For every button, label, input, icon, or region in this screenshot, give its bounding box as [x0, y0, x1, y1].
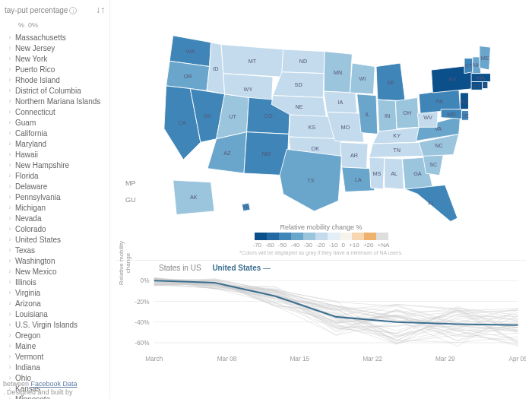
island-mp: MP [125, 179, 136, 187]
line-chart[interactable]: 0%-20%-40%-60%MarchMar 08Mar 15Mar 22Mar… [116, 274, 526, 365]
chevron-right-icon: › [5, 342, 15, 350]
sidebar-item-label: New Jersey [15, 44, 55, 52]
state-label: MS [372, 170, 381, 177]
legend-tick: -30 [303, 242, 312, 249]
sidebar-item[interactable]: ›Colorado [0, 223, 109, 234]
sidebar-item[interactable]: ›Maryland [0, 138, 109, 149]
sidebar-item[interactable]: ›Arizona [0, 298, 109, 309]
state-label: HI [243, 204, 249, 211]
sidebar-item[interactable]: ›New Jersey [0, 43, 109, 53]
legend-tick: 0 [342, 242, 345, 249]
sidebar-item[interactable]: ›Northern Mariana Islands [0, 96, 109, 106]
main-panel: WAORCAIDNVUTAZMTWYCONMNDSDNEKSOKTXMNIAMO… [110, 0, 532, 399]
sidebar-item[interactable]: ›Washington [0, 255, 109, 266]
state-label: DE [461, 112, 469, 119]
state-label: LA [355, 176, 362, 183]
sidebar-item[interactable]: ›California [0, 128, 109, 138]
sidebar-item-label: Hawaii [15, 150, 38, 159]
sidebar-item-label: U.S. Virgin Islands [15, 321, 78, 329]
sidebar-item-label: Maine [15, 342, 36, 350]
chevron-right-icon: › [5, 150, 15, 158]
info-icon[interactable]: i [69, 7, 77, 14]
chevron-right-icon: › [5, 87, 15, 94]
sidebar-item[interactable]: ›Louisiana [0, 309, 109, 319]
chevron-right-icon: › [5, 257, 15, 264]
sidebar-item[interactable]: ›Vermont [0, 351, 109, 362]
sidebar-item-label: New York [15, 55, 47, 63]
sidebar-item-label: Vermont [15, 353, 43, 361]
sidebar-item[interactable]: ›Nevada [0, 213, 109, 223]
sidebar-item[interactable]: ›New Mexico [0, 266, 109, 277]
sidebar-item[interactable]: ›Texas [0, 245, 109, 255]
sidebar-title: tay-put percentage [5, 6, 68, 14]
x-tick: Mar 22 [363, 355, 382, 363]
chevron-right-icon: › [5, 204, 15, 211]
sidebar-item-label: Connecticut [15, 108, 55, 116]
chevron-right-icon: › [5, 172, 15, 179]
state-label: SC [429, 161, 437, 168]
sidebar-item-label: Illinois [15, 278, 36, 287]
sidebar-header: tay-put percentagei ↓↑ [0, 3, 109, 20]
sidebar-item[interactable]: ›Indiana [0, 362, 109, 372]
sidebar-item-label: Michigan [15, 204, 46, 212]
sidebar-item[interactable]: ›District of Columbia [0, 85, 109, 96]
legend-swatch [340, 233, 352, 240]
sidebar-item[interactable]: ›Maine [0, 340, 109, 351]
chevron-right-icon: › [5, 321, 15, 328]
chevron-right-icon: › [5, 97, 15, 105]
state-label: CA [179, 119, 186, 126]
sidebar-footer: between Facebook Data. Designed and buil… [3, 380, 109, 397]
sidebar-item-label: Colorado [15, 225, 46, 233]
sidebar-item[interactable]: ›Delaware [0, 181, 109, 192]
sidebar-item[interactable]: ›Illinois [0, 277, 109, 287]
sidebar-item[interactable]: ›Pennsylvania [0, 192, 109, 202]
sidebar-item[interactable]: ›Oregon [0, 330, 109, 340]
state-label: NE [295, 103, 302, 110]
state-label: FL [428, 200, 434, 207]
legend-tick: -50 [278, 242, 287, 249]
sidebar-item[interactable]: ›Guam [0, 117, 109, 128]
state-label: GA [413, 170, 422, 177]
legend-swatch [364, 233, 376, 240]
state-label: MD [447, 111, 455, 118]
sidebar-item[interactable]: ›Massachusetts [0, 32, 109, 43]
sidebar-item[interactable]: ›U.S. Virgin Islands [0, 319, 109, 330]
legend-tick: -70 [253, 242, 262, 249]
chart-series-label: States in US [159, 264, 201, 272]
sidebar-item-label: Indiana [15, 363, 40, 372]
legend-tick: -60 [265, 242, 274, 249]
sidebar-item-label: Guam [15, 119, 36, 127]
state-label: TN [393, 147, 401, 154]
sidebar-item[interactable]: ›New York [0, 53, 109, 64]
sidebar-item-label: Delaware [15, 182, 47, 191]
sidebar-item[interactable]: ›Hawaii [0, 149, 109, 160]
state-label: ND [299, 58, 307, 65]
x-tick: Mar 08 [217, 355, 237, 363]
sidebar-item[interactable]: ›Rhode Island [0, 74, 109, 85]
chevron-right-icon: › [5, 193, 15, 201]
island-gu: GU [125, 196, 136, 204]
legend-swatch [255, 233, 267, 240]
state-label: MO [340, 124, 350, 131]
sidebar-item[interactable]: ›Virginia [0, 287, 109, 298]
legend-swatch [376, 233, 388, 240]
state-label: CT [473, 83, 480, 90]
sidebar-item[interactable]: ›United States [0, 234, 109, 245]
chevron-right-icon: › [5, 236, 15, 243]
legend-swatch [352, 233, 364, 240]
sidebar-item[interactable]: ›Florida [0, 170, 109, 181]
us-map[interactable]: WAORCAIDNVUTAZMTWYCONMNDSDNEKSOKTXMNIAMO… [116, 5, 526, 225]
chevron-right-icon: › [5, 310, 15, 318]
chart-us-label: United States [212, 264, 261, 272]
sidebar-item[interactable]: ›Connecticut [0, 106, 109, 117]
sidebar-item[interactable]: ›Puerto Rico [0, 64, 109, 74]
x-tick: Apr 05 [508, 355, 526, 363]
chevron-right-icon: › [5, 299, 15, 307]
sidebar-item[interactable]: ›Michigan [0, 202, 109, 213]
legend-swatch [303, 233, 315, 240]
sort-icon[interactable]: ↓↑ [96, 5, 105, 15]
sidebar-item[interactable]: ›New Hampshire [0, 160, 109, 170]
state-label: AL [391, 170, 397, 177]
facebook-data-link[interactable]: Facebook Data [31, 380, 78, 388]
state-label: WV [423, 114, 432, 121]
